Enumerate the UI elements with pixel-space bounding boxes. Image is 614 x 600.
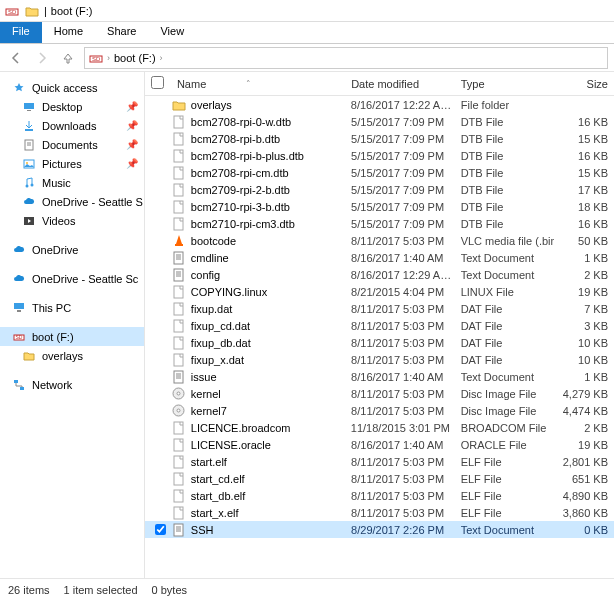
file-row[interactable]: fixup_db.dat8/11/2017 5:03 PMDAT File10 …	[145, 334, 614, 351]
pin-icon: 📌	[126, 120, 138, 131]
file-type: DTB File	[455, 167, 555, 179]
desktop-icon	[22, 100, 36, 114]
column-type[interactable]: Type	[455, 78, 555, 90]
file-icon	[171, 455, 187, 469]
file-row[interactable]: start.elf8/11/2017 5:03 PMELF File2,801 …	[145, 453, 614, 470]
file-icon	[171, 217, 187, 231]
breadcrumb[interactable]: SD › boot (F:) ›	[84, 47, 608, 69]
file-type: DTB File	[455, 184, 555, 196]
svg-rect-15	[14, 303, 24, 309]
column-size[interactable]: Size	[554, 78, 614, 90]
tab-file[interactable]: File	[0, 22, 42, 43]
file-type: DTB File	[455, 150, 555, 162]
folder-icon	[171, 98, 187, 112]
vlc-icon	[171, 234, 187, 248]
music-icon	[22, 176, 36, 190]
nav-up-button[interactable]	[58, 48, 78, 68]
nav-quick-access[interactable]: Quick access	[0, 78, 144, 97]
nav-desktop[interactable]: Desktop📌	[0, 97, 144, 116]
file-row[interactable]: issue8/16/2017 1:40 AMText Document1 KB	[145, 368, 614, 385]
file-row[interactable]: fixup_x.dat8/11/2017 5:03 PMDAT File10 K…	[145, 351, 614, 368]
svg-point-47	[177, 392, 180, 395]
nav-forward-button[interactable]	[32, 48, 52, 68]
file-icon	[171, 132, 187, 146]
chevron-right-icon: ›	[160, 53, 163, 63]
file-row[interactable]: kernel8/11/2017 5:03 PMDisc Image File4,…	[145, 385, 614, 402]
file-type: DAT File	[455, 320, 555, 332]
svg-text:SD: SD	[16, 334, 23, 340]
breadcrumb-current[interactable]: boot (F:)	[114, 52, 156, 64]
file-date: 5/15/2017 7:09 PM	[345, 150, 455, 162]
pin-icon: 📌	[126, 158, 138, 169]
nav-documents[interactable]: Documents📌	[0, 135, 144, 154]
file-row[interactable]: bcm2709-rpi-2-b.dtb5/15/2017 7:09 PMDTB …	[145, 181, 614, 198]
videos-icon	[22, 214, 36, 228]
file-row[interactable]: COPYING.linux8/21/2015 4:04 PMLINUX File…	[145, 283, 614, 300]
file-row[interactable]: SSH8/29/2017 2:26 PMText Document0 KB	[145, 521, 614, 538]
nav-onedrive[interactable]: OneDrive	[0, 240, 144, 259]
svg-rect-25	[174, 184, 183, 196]
file-type: File folder	[455, 99, 554, 111]
file-row[interactable]: fixup_cd.dat8/11/2017 5:03 PMDAT File3 K…	[145, 317, 614, 334]
tab-share[interactable]: Share	[95, 22, 148, 43]
file-size: 10 KB	[554, 337, 614, 349]
network-icon	[12, 378, 26, 392]
file-row[interactable]: start_db.elf8/11/2017 5:03 PMELF File4,8…	[145, 487, 614, 504]
status-selected-count: 1 item selected	[64, 584, 138, 596]
file-row[interactable]: bootcode8/11/2017 5:03 PMVLC media file …	[145, 232, 614, 249]
nav-network[interactable]: Network	[0, 375, 144, 394]
nav-overlays-folder[interactable]: overlays	[0, 346, 144, 365]
svg-rect-40	[174, 337, 183, 349]
tab-view[interactable]: View	[148, 22, 196, 43]
file-row[interactable]: bcm2708-rpi-b.dtb5/15/2017 7:09 PMDTB Fi…	[145, 130, 614, 147]
file-type: DAT File	[455, 303, 555, 315]
nav-music[interactable]: Music	[0, 173, 144, 192]
file-name: start.elf	[191, 456, 345, 468]
file-row[interactable]: bcm2710-rpi-cm3.dtb5/15/2017 7:09 PMDTB …	[145, 215, 614, 232]
nav-downloads[interactable]: Downloads📌	[0, 116, 144, 135]
nav-onedrive-seattle2[interactable]: OneDrive - Seattle Sc	[0, 269, 144, 288]
svg-text:SD: SD	[8, 9, 17, 15]
file-row[interactable]: start_x.elf8/11/2017 5:03 PMELF File3,86…	[145, 504, 614, 521]
file-type: Text Document	[455, 524, 555, 536]
file-date: 8/11/2017 5:03 PM	[345, 303, 455, 315]
nav-videos[interactable]: Videos	[0, 211, 144, 230]
file-row[interactable]: LICENCE.broadcom11/18/2015 3:01 PMBROADC…	[145, 419, 614, 436]
sd-card-icon: SD	[12, 330, 26, 344]
svg-point-13	[31, 183, 34, 186]
svg-rect-37	[174, 286, 183, 298]
documents-icon	[22, 138, 36, 152]
title-bar: SD | boot (F:)	[0, 0, 614, 22]
nav-back-button[interactable]	[6, 48, 26, 68]
file-name: kernel	[191, 388, 345, 400]
column-date[interactable]: Date modified	[345, 78, 455, 90]
file-row[interactable]: bcm2708-rpi-b-plus.dtb5/15/2017 7:09 PMD…	[145, 147, 614, 164]
file-row[interactable]: start_cd.elf8/11/2017 5:03 PMELF File651…	[145, 470, 614, 487]
file-row[interactable]: cmdline8/16/2017 1:40 AMText Document1 K…	[145, 249, 614, 266]
file-row[interactable]: LICENSE.oracle8/16/2017 1:40 AMORACLE Fi…	[145, 436, 614, 453]
svg-rect-6	[25, 129, 33, 131]
tab-home[interactable]: Home	[42, 22, 95, 43]
file-row[interactable]: bcm2708-rpi-cm.dtb5/15/2017 7:09 PMDTB F…	[145, 164, 614, 181]
file-row[interactable]: config8/16/2017 12:29 A…Text Document2 K…	[145, 266, 614, 283]
file-row[interactable]: fixup.dat8/11/2017 5:03 PMDAT File7 KB	[145, 300, 614, 317]
file-size: 1 KB	[554, 371, 614, 383]
row-checkbox[interactable]	[155, 524, 166, 535]
column-name[interactable]: Name˄	[171, 78, 345, 90]
file-row[interactable]: bcm2708-rpi-0-w.dtb5/15/2017 7:09 PMDTB …	[145, 113, 614, 130]
file-name: SSH	[191, 524, 345, 536]
navigation-pane: Quick access Desktop📌 Downloads📌 Documen…	[0, 72, 145, 578]
nav-onedrive-seattle1[interactable]: OneDrive - Seattle S	[0, 192, 144, 211]
svg-rect-33	[174, 269, 183, 281]
status-bytes: 0 bytes	[152, 584, 187, 596]
file-row[interactable]: overlays8/16/2017 12:22 A…File folder	[145, 96, 614, 113]
file-row[interactable]: kernel78/11/2017 5:03 PMDisc Image File4…	[145, 402, 614, 419]
file-name: issue	[191, 371, 345, 383]
nav-boot-drive[interactable]: SDboot (F:)	[0, 327, 144, 346]
file-icon	[171, 489, 187, 503]
file-row[interactable]: bcm2710-rpi-3-b.dtb5/15/2017 7:09 PMDTB …	[145, 198, 614, 215]
select-all-checkbox[interactable]	[151, 76, 164, 89]
nav-pictures[interactable]: Pictures📌	[0, 154, 144, 173]
file-date: 8/11/2017 5:03 PM	[345, 456, 455, 468]
nav-this-pc[interactable]: This PC	[0, 298, 144, 317]
